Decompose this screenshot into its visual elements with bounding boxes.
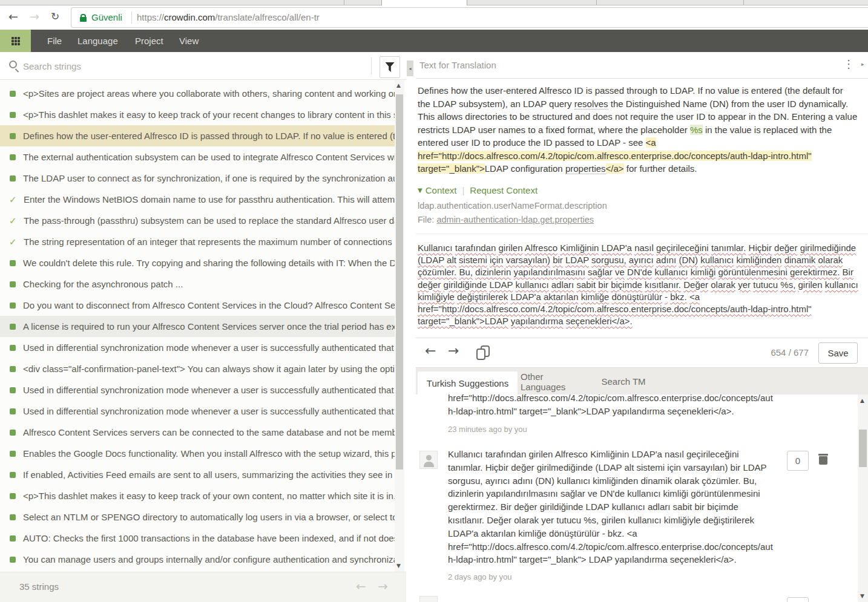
suggestion-text[interactable]: href="http://docs.alfresco.com/4.2/topic… xyxy=(448,394,775,418)
list-item[interactable]: A license is required to run your Alfres… xyxy=(0,316,395,337)
next-page-button[interactable]: → xyxy=(378,579,388,594)
scroll-up-icon[interactable]: ▲ xyxy=(396,82,401,88)
translated-status-icon xyxy=(10,387,16,393)
list-item[interactable]: Defines how the user-entered Alfresco ID… xyxy=(0,125,395,146)
translated-status-icon xyxy=(10,408,16,414)
vote-count-box[interactable] xyxy=(787,597,809,602)
suggestion-text[interactable]: Kullanıcı tarafından girilen Alfresco Ki… xyxy=(448,448,773,566)
string-text: Alfresco Content Services servers can be… xyxy=(23,427,395,437)
browser-tab-strip xyxy=(0,0,868,5)
file-label: File: xyxy=(418,215,434,224)
active-browser-tab[interactable] xyxy=(381,0,467,5)
string-text: Select an NTLM or SPENGO directory to au… xyxy=(23,512,395,522)
list-item[interactable]: Used in differential synchronization mod… xyxy=(0,401,395,422)
search-input[interactable] xyxy=(23,57,359,75)
translated-status-icon xyxy=(10,175,16,182)
tab-turkish-suggestions[interactable]: Turkish Suggestions xyxy=(418,371,518,395)
list-item[interactable]: Do you want to disconnect from Alfresco … xyxy=(0,295,395,316)
translated-status-icon xyxy=(10,112,16,118)
menu-language[interactable]: Language xyxy=(77,36,118,46)
context-toggle[interactable]: Context xyxy=(426,185,457,195)
list-item[interactable]: Select an NTLM or SPENGO directory to au… xyxy=(0,506,395,528)
address-divider xyxy=(131,11,132,24)
scrollbar-thumb[interactable] xyxy=(396,94,403,469)
string-text: The pass-through (passthru) subsystem ca… xyxy=(24,215,395,226)
list-item[interactable]: AUTO: Checks the first 1000 transactions… xyxy=(0,528,395,549)
string-list-scrollbar[interactable]: ▲ ▼ xyxy=(395,80,404,572)
suggestion-meta: 23 minutes ago by you xyxy=(448,425,527,434)
list-item[interactable]: The LDAP user to connect as for synchron… xyxy=(0,168,395,189)
file-link[interactable]: admin-authentication-ldap.get.properties xyxy=(436,215,594,224)
suggestion-meta: 2 days ago by you xyxy=(448,572,512,581)
suggestions-scrollbar[interactable]: ▲ ▼ xyxy=(858,394,868,602)
string-text: You can manage users and groups internal… xyxy=(23,554,395,564)
search-icon xyxy=(9,61,17,68)
address-bar[interactable]: Güvenli https://crowdin.com/translate/al… xyxy=(71,7,868,28)
request-context-link[interactable]: Request Context xyxy=(470,185,538,195)
previous-string-button[interactable]: ← xyxy=(425,343,436,358)
scrollbar-thumb[interactable] xyxy=(859,430,867,467)
context-divider: | xyxy=(462,185,464,195)
string-text: Enables the Google Docs functionality. W… xyxy=(23,448,395,459)
vote-count-box[interactable]: 0 xyxy=(787,451,809,471)
list-item[interactable]: The external authentication subsystem ca… xyxy=(0,146,395,168)
browser-back-button[interactable]: ← xyxy=(8,10,18,23)
url-path: /translate/alfresco/all/en-tr xyxy=(215,12,320,22)
filter-button[interactable] xyxy=(380,56,400,78)
list-item[interactable]: <p>Sites are project areas where you col… xyxy=(0,83,395,104)
list-item[interactable]: ✓Enter the Windows NetBIOS domain name t… xyxy=(0,189,395,210)
list-item[interactable]: <p>This dashlet makes it easy to keep tr… xyxy=(0,104,395,125)
browser-reload-button[interactable]: ↻ xyxy=(51,10,59,22)
translation-input[interactable]: Kullanıcı tarafından girilen Alfresco Ki… xyxy=(418,242,860,327)
string-text: AUTO: Checks the first 1000 transactions… xyxy=(23,533,395,543)
file-line: File: admin-authentication-ldap.get.prop… xyxy=(418,215,594,224)
list-item[interactable]: We couldn't delete this rule. Try copyin… xyxy=(0,252,395,273)
app-menu-bar: File Language Project View xyxy=(0,30,868,52)
next-string-button[interactable]: → xyxy=(448,343,459,358)
filter-icon xyxy=(386,62,395,72)
list-item[interactable]: <p>This dashlet makes it easy to keep tr… xyxy=(0,485,395,506)
list-item[interactable]: Used in differential synchronization mod… xyxy=(0,379,395,401)
app-grid-button[interactable] xyxy=(0,30,31,52)
translated-status-icon xyxy=(10,514,16,520)
search-bar xyxy=(0,52,406,80)
more-options-icon[interactable]: ⋮ xyxy=(843,57,854,70)
list-item[interactable]: Enables the Google Docs functionality. W… xyxy=(0,443,395,464)
string-text: Do you want to disconnect from Alfresco … xyxy=(23,300,395,310)
translated-status-icon xyxy=(10,303,16,309)
list-item[interactable]: ✓The pass-through (passthru) subsystem c… xyxy=(0,210,395,231)
save-button[interactable]: Save xyxy=(818,342,858,364)
expand-panel-icon[interactable]: ▸ xyxy=(861,61,864,67)
tab-search-tm[interactable]: Search TM xyxy=(600,368,646,395)
menu-file[interactable]: File xyxy=(47,36,62,46)
source-text: Defines how the user-entered Alfresco ID… xyxy=(418,84,858,175)
list-item[interactable]: If enabled, Activities Feed emails are s… xyxy=(0,464,395,485)
collapse-panel-handle[interactable]: ◂ xyxy=(407,61,413,76)
list-item[interactable]: ✓The string representation of an integer… xyxy=(0,231,395,252)
string-text: <p>This dashlet makes it easy to keep tr… xyxy=(23,491,395,501)
list-item[interactable]: <div class="alf-confirmation-panel-text"… xyxy=(0,358,395,379)
menu-view[interactable]: View xyxy=(179,36,199,46)
url-host: crowdin.com xyxy=(164,12,215,22)
scroll-up-icon[interactable]: ▲ xyxy=(860,398,864,404)
string-text: Defines how the user-entered Alfresco ID… xyxy=(23,131,395,141)
menu-project[interactable]: Project xyxy=(135,36,163,46)
scroll-down-icon[interactable]: ▼ xyxy=(396,563,401,569)
delete-suggestion-icon[interactable] xyxy=(818,453,828,465)
list-item[interactable]: You can manage users and groups internal… xyxy=(0,549,395,570)
context-row: ▼Context|Request Context xyxy=(418,185,538,195)
prev-page-button[interactable]: ← xyxy=(356,579,366,594)
scroll-down-icon[interactable]: ▼ xyxy=(860,593,864,599)
tab-other-languages[interactable]: Other Languages xyxy=(521,368,588,395)
string-text: If enabled, Activities Feed emails are s… xyxy=(23,469,395,480)
string-text: Enter the Windows NetBIOS domain name to… xyxy=(24,194,395,204)
translated-status-icon xyxy=(10,535,16,541)
string-text: Used in differential synchronization mod… xyxy=(23,342,395,353)
copy-source-button[interactable] xyxy=(476,345,491,360)
list-item[interactable]: Alfresco Content Services servers can be… xyxy=(0,422,395,443)
editor-toolbar: ← → 654 / 677 Save xyxy=(416,338,868,367)
list-item[interactable]: Used in differential synchronization mod… xyxy=(0,337,395,358)
list-item[interactable]: Checking for the asynchronous patch ... xyxy=(0,273,395,295)
translated-status-icon xyxy=(10,91,16,97)
browser-forward-button[interactable]: → xyxy=(30,10,39,23)
